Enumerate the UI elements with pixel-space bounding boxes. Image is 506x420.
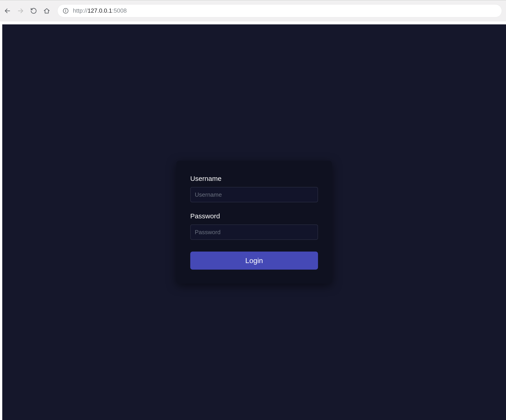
reload-button[interactable] (30, 7, 37, 14)
username-input[interactable] (190, 187, 318, 202)
username-label: Username (190, 175, 318, 183)
home-icon (43, 7, 50, 14)
home-button[interactable] (43, 7, 50, 14)
login-button[interactable]: Login (190, 251, 318, 270)
address-bar[interactable]: http://127.0.0.1:5008 (57, 4, 502, 17)
info-icon (63, 8, 69, 14)
nav-icons-group (4, 7, 50, 14)
username-group: Username (190, 175, 318, 202)
page-body: Username Password Login (2, 24, 506, 420)
forward-button[interactable] (17, 7, 24, 14)
arrow-right-icon (17, 7, 24, 14)
url-host: 127.0.0.1 (87, 7, 112, 14)
svg-point-4 (66, 9, 66, 10)
login-card: Username Password Login (176, 161, 332, 284)
password-group: Password (190, 212, 318, 240)
viewport: Username Password Login (0, 21, 506, 420)
password-input[interactable] (190, 224, 318, 240)
password-label: Password (190, 212, 318, 220)
back-button[interactable] (4, 7, 11, 14)
reload-icon (30, 7, 37, 14)
url-prefix: http:// (73, 7, 87, 14)
site-info-button[interactable] (62, 8, 69, 14)
url-port: :5008 (112, 7, 126, 14)
browser-toolbar: http://127.0.0.1:5008 (0, 0, 506, 21)
arrow-left-icon (4, 7, 11, 14)
url-text: http://127.0.0.1:5008 (73, 7, 127, 14)
